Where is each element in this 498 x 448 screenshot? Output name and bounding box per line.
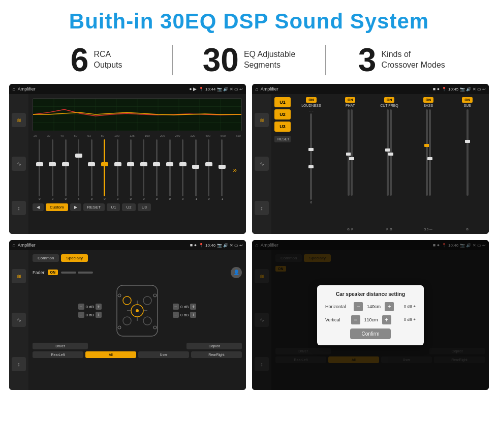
- eq-next-btn[interactable]: ▶: [70, 203, 81, 211]
- fader-icons: ■ ●: [190, 243, 197, 248]
- eq-tool-2[interactable]: ∿: [12, 157, 26, 171]
- btn-copilot[interactable]: Copilot: [186, 343, 242, 349]
- stats-row: 6 RCA Outputs 30 EQ Adjustable Segments …: [0, 39, 498, 84]
- eq-slider-0[interactable]: 0: [34, 139, 46, 200]
- btn-all[interactable]: All: [85, 351, 136, 358]
- fader-status-icons: 📍 10:46 📷 🔊 ✕ ▭ ↩: [199, 243, 243, 248]
- cutfreq-on-btn[interactable]: ON: [384, 97, 395, 103]
- preset-u3[interactable]: U3: [274, 122, 291, 132]
- eq-toolbar: ≋ ∿ ↕: [9, 94, 28, 234]
- db-plus-2[interactable]: +: [190, 304, 196, 310]
- screen-dialog: ⌂ Amplifier ■ ● 📍 10:46 📷 🔊 ✕ ▭ ↩ ≋ ∿ ↕ …: [252, 240, 489, 390]
- db-control-0: − 0 dB +: [78, 304, 102, 310]
- eq-slider-2[interactable]: 0: [59, 139, 72, 200]
- fader-tool-2[interactable]: ∿: [12, 313, 26, 327]
- eq-slider-10[interactable]: 0: [164, 139, 176, 200]
- dsp-channels: ON LOUDNESS ~ ~ 0 ON PHAT: [293, 97, 486, 231]
- fader-bottom-row2: RearLeft All User RearRight: [33, 351, 242, 358]
- db-minus-1[interactable]: −: [78, 312, 84, 318]
- eq-slider-3[interactable]: 5: [73, 139, 85, 200]
- dsp-ch-cutfreq: ON CUT FREQ F G: [371, 97, 408, 231]
- stat-label-rca-1: RCA: [94, 49, 122, 60]
- dialog-vertical-minus[interactable]: −: [351, 315, 360, 324]
- loudness-on-btn[interactable]: ON: [306, 97, 317, 103]
- dsp-tool-3[interactable]: ↕: [255, 201, 269, 215]
- svg-point-14: [143, 296, 151, 305]
- preset-u1[interactable]: U1: [274, 97, 291, 107]
- speaker-controls-right: − 0 dB + − 0 dB +: [173, 304, 196, 318]
- stat-number-eq: 30: [203, 44, 239, 76]
- btn-rearright[interactable]: RearRight: [191, 351, 242, 358]
- btn-user[interactable]: User: [138, 351, 189, 358]
- dialog-overlay: Car speaker distance setting Horizontal …: [252, 240, 489, 390]
- eq-play-icon: ● ▶: [189, 86, 197, 92]
- fader-tool-1[interactable]: ≋: [12, 269, 26, 283]
- dsp-tool-2[interactable]: ∿: [255, 157, 269, 171]
- eq-tool-3[interactable]: ↕: [12, 201, 26, 215]
- dsp-reset-btn[interactable]: RESET: [274, 136, 291, 142]
- eq-expand-icon: »: [229, 139, 241, 200]
- db-minus-3[interactable]: −: [173, 312, 179, 318]
- dialog-horizontal-minus[interactable]: −: [354, 302, 363, 311]
- eq-slider-8[interactable]: 0: [138, 139, 150, 200]
- dsp-tool-1[interactable]: ≋: [255, 113, 269, 127]
- stat-number-crossover: 3: [358, 44, 377, 76]
- eq-graph: [33, 98, 242, 131]
- dsp-home-icon[interactable]: ⌂: [255, 86, 259, 92]
- sub-on-btn[interactable]: ON: [462, 97, 473, 103]
- db-plus-3[interactable]: +: [190, 312, 196, 318]
- fader-tab-specialty[interactable]: Specialty: [61, 254, 87, 262]
- home-icon[interactable]: ⌂: [12, 86, 16, 92]
- eq-slider-12[interactable]: -1: [190, 139, 202, 200]
- db-plus-0[interactable]: +: [96, 304, 102, 310]
- eq-slider-1[interactable]: 0: [47, 139, 59, 200]
- dsp-toolbar: ≋ ∿ ↕: [252, 94, 271, 234]
- db-value-1: 0 dB: [86, 313, 94, 317]
- eq-custom-btn[interactable]: Custom: [46, 203, 68, 211]
- dsp-ch-loudness: ON LOUDNESS ~ ~ 0: [293, 97, 330, 231]
- phat-on-btn[interactable]: ON: [345, 97, 356, 103]
- page-title: Buith-in 30EQ DSP Sound System: [0, 0, 498, 39]
- eq-slider-5[interactable]: 0: [99, 139, 111, 200]
- db-minus-2[interactable]: −: [173, 304, 179, 310]
- eq-reset-btn[interactable]: RESET: [83, 203, 105, 211]
- fader-on-btn[interactable]: ON: [48, 270, 58, 275]
- fader-content: Common Specialty Fader ON 👤 − 0 dB: [28, 250, 246, 390]
- db-display-v: 0 dB +: [404, 317, 416, 322]
- eq-slider-7[interactable]: 0: [124, 139, 137, 200]
- dialog-horizontal-plus[interactable]: +: [385, 302, 394, 311]
- db-plus-1[interactable]: +: [96, 312, 102, 318]
- bass-on-btn[interactable]: ON: [423, 97, 434, 103]
- preset-u2[interactable]: U2: [274, 109, 291, 120]
- fader-slider-1[interactable]: [61, 272, 76, 274]
- dialog-vertical-label: Vertical: [325, 317, 340, 322]
- fader-home-icon[interactable]: ⌂: [12, 242, 16, 248]
- eq-u3-btn[interactable]: U3: [138, 203, 151, 211]
- eq-slider-11[interactable]: 0: [177, 139, 189, 200]
- dsp-presets: U1 U2 U3 RESET: [274, 97, 291, 231]
- stat-label-eq-2: Segments: [244, 60, 295, 71]
- eq-slider-14[interactable]: -1: [216, 139, 228, 200]
- btn-rearleft[interactable]: RearLeft: [33, 351, 83, 358]
- fader-tool-3[interactable]: ↕: [12, 357, 26, 371]
- eq-tool-1[interactable]: ≋: [12, 113, 26, 127]
- btn-driver[interactable]: Driver: [33, 343, 88, 349]
- eq-slider-9[interactable]: 0: [151, 139, 163, 200]
- eq-content: 2532405063 80100125160200 25032040050063…: [28, 94, 246, 234]
- eq-u2-btn[interactable]: U2: [122, 203, 135, 211]
- fader-tab-common[interactable]: Common: [33, 254, 59, 262]
- dialog-vertical-plus[interactable]: +: [382, 315, 391, 324]
- eq-slider-4[interactable]: 0: [86, 139, 98, 200]
- eq-slider-6[interactable]: 0: [112, 139, 124, 200]
- screen-fader: ⌂ Amplifier ■ ● 📍 10:46 📷 🔊 ✕ ▭ ↩ ≋ ∿ ↕ …: [9, 240, 246, 390]
- fader-toolbar: ≋ ∿ ↕: [9, 250, 28, 390]
- svg-point-16: [143, 317, 151, 325]
- profile-icon-fader[interactable]: 👤: [231, 267, 242, 278]
- fader-slider-2[interactable]: [78, 272, 93, 274]
- dialog-confirm-button[interactable]: Confirm: [350, 328, 391, 339]
- eq-prev-btn[interactable]: ◀: [33, 203, 44, 211]
- db-minus-0[interactable]: −: [78, 304, 84, 310]
- dsp-icons: ■ ●: [433, 86, 440, 92]
- eq-slider-13[interactable]: 0: [203, 139, 215, 200]
- eq-u1-btn[interactable]: U1: [107, 203, 120, 211]
